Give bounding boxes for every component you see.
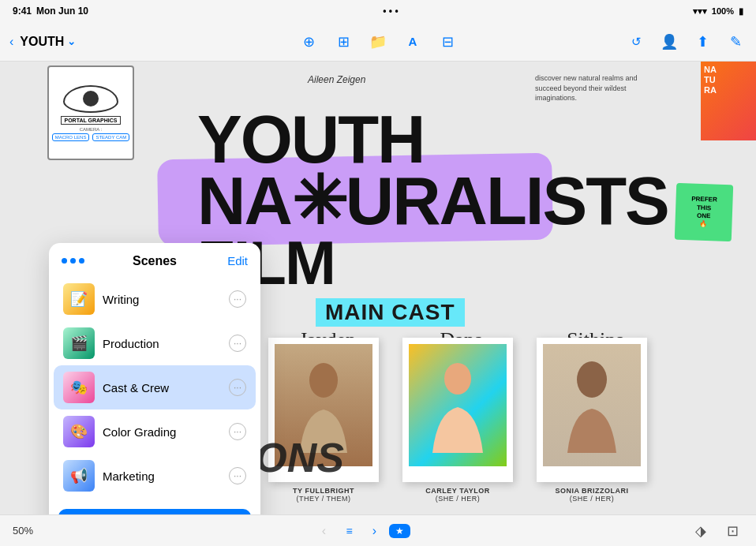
toolbar-right: ↺ 👤 ⬆ ✎ [625, 31, 747, 53]
camera-tags: MACRO LENS STEADY CAM [52, 133, 130, 141]
pencil-circle-icon[interactable]: ⊕ [298, 31, 320, 53]
share-icon[interactable]: ⬆ [691, 31, 713, 53]
panel-item-production[interactable]: 🎬 Production ··· [54, 321, 256, 365]
cast-photo-2: CARLEY TAYLOR(SHE / HER) [402, 338, 513, 503]
svg-point-1 [444, 363, 471, 395]
name-tag-text: Aileen Zeigen [308, 74, 365, 85]
nav-prev-button[interactable]: ‹ [313, 520, 335, 542]
panel-item-color[interactable]: 🎨 Color Grading ··· [54, 410, 256, 454]
thumb-img-marketing: 📢 [63, 460, 95, 492]
panel-dot-3 [79, 258, 84, 264]
sketch-card: PORTAL GRAPHICS CAMERA : MACRO LENS STEA… [47, 65, 134, 160]
panel-dot-2 [70, 258, 76, 264]
battery-icon: ▮ [739, 6, 743, 17]
pupil [83, 91, 99, 107]
add-scene-button[interactable]: Add Scene [58, 509, 251, 514]
bottom-right-controls: ⬗ ⊡ [690, 520, 743, 542]
panel-dot-1 [62, 258, 67, 264]
panel-item-marketing[interactable]: 📢 Marketing ··· [54, 454, 256, 498]
bottom-bar: 50% ‹ ≡ › ★ ⬗ ⊡ [0, 514, 756, 546]
back-chevron: ‹ [9, 35, 13, 49]
cast-name-3: SONIA BRIZZOLARI(SHE / HER) [555, 487, 628, 503]
steady-cam-tag: STEADY CAM [92, 133, 129, 141]
battery-label: 100% [712, 6, 734, 16]
panel-more-cast[interactable]: ··· [229, 379, 246, 396]
main-title-area: YOUTH NA✳URALISTS FILM [197, 109, 668, 292]
panel-more-marketing[interactable]: ··· [229, 467, 246, 484]
panel-label-color: Color Grading [103, 425, 221, 439]
partial-text: NATURA [704, 65, 753, 96]
svg-point-0 [309, 363, 338, 398]
panel-more-writing[interactable]: ··· [229, 290, 246, 308]
list-icon[interactable]: ≡ [339, 520, 361, 542]
camera-label: CAMERA : [80, 127, 103, 132]
panel-label-production: Production [103, 337, 221, 350]
cast-name-2: CARLEY TAYLOR(SHE / HER) [425, 487, 489, 503]
doc-title-text: YOUTH [20, 35, 64, 49]
toolbar: ‹ YOUTH ⌄ ⊕ ⊞ 📁 A ⊟ ↺ 👤 ⬆ ✎ [0, 22, 756, 62]
doc-title[interactable]: YOUTH ⌄ [20, 35, 76, 49]
polaroid-2 [402, 338, 513, 482]
text-icon[interactable]: A [402, 31, 424, 53]
person-silhouette-2 [426, 358, 489, 453]
undo-icon[interactable]: ↺ [625, 31, 647, 53]
view-icon[interactable]: ⊡ [721, 520, 743, 542]
name-tag: Aileen Zeigen [308, 73, 365, 85]
partial-right-element: NATURA [701, 62, 756, 140]
status-day: Mon Jun 10 [36, 6, 88, 17]
svg-point-2 [577, 361, 607, 398]
main-cast-area: MAIN CAST Jayden Dana Sithina TY FULL [268, 298, 756, 514]
status-bar-right: ▾▾▾ 100% ▮ [693, 6, 743, 17]
thumb-img-production: 🎬 [63, 327, 95, 359]
star-icon: ★ [395, 525, 404, 537]
main-cast-label: MAIN CAST [316, 298, 465, 327]
description-text: discover new natural realms and succeed … [535, 73, 661, 103]
panel-label-writing: Writing [103, 293, 221, 306]
panel-more-production[interactable]: ··· [229, 335, 246, 352]
grid-icon[interactable]: ⊞ [332, 31, 354, 53]
zoom-control: 50% [13, 525, 33, 537]
photo-icon[interactable]: ⊟ [436, 31, 458, 53]
person-icon[interactable]: 👤 [658, 31, 680, 53]
thumb-img-writing: 📝 [63, 283, 95, 315]
panel-thumb-production: 🎬 [63, 327, 95, 359]
nav-next-button[interactable]: › [364, 520, 386, 542]
polaroid-3 [537, 338, 647, 482]
nav-controls: ‹ ≡ › ★ [313, 520, 410, 542]
toolbar-center: ⊕ ⊞ 📁 A ⊟ [298, 31, 458, 53]
zoom-level[interactable]: 50% [13, 525, 33, 537]
cast-image-3 [543, 344, 641, 466]
hierarchy-icon[interactable]: ⬗ [690, 520, 712, 542]
macro-lens-tag: MACRO LENS [52, 133, 90, 141]
title-film: FILM [197, 235, 668, 292]
panel-thumb-color: 🎨 [63, 416, 95, 447]
star-badge[interactable]: ★ [389, 524, 410, 538]
panel-header: Scenes Edit [49, 243, 260, 274]
panel-thumb-writing: 📝 [63, 283, 95, 315]
title-naturalists: NA✳URALISTS [197, 170, 668, 232]
cast-image-2 [409, 344, 507, 466]
portal-graphics-label: PORTAL GRAPHICS [61, 116, 120, 125]
status-bar: 9:41 Mon Jun 10 • • • ▾▾▾ 100% ▮ [0, 0, 756, 22]
scenes-panel: Scenes Edit 📝 Writing ··· 🎬 Production ·… [49, 243, 260, 514]
thumb-img-cast: 🎭 [63, 372, 95, 403]
status-dots: • • • [383, 6, 398, 17]
doc-title-chevron: ⌄ [67, 36, 76, 47]
panel-dots[interactable] [62, 258, 84, 264]
desc-text-content: discover new natural realms and succeed … [535, 74, 638, 102]
edit-pencil-icon[interactable]: ✎ [724, 31, 747, 53]
status-bar-center: • • • [383, 6, 398, 17]
cast-name-1: TY FULLBRIGHT(THEY / THEM) [293, 487, 354, 503]
folder-icon[interactable]: 📁 [367, 31, 389, 53]
panel-more-color[interactable]: ··· [229, 423, 246, 440]
panel-label-cast: Cast & Crew [103, 381, 221, 395]
panel-thumb-cast: 🎭 [63, 372, 95, 403]
sticky-note: PREFERTHISONE🔥 [675, 183, 733, 241]
panel-edit-button[interactable]: Edit [227, 254, 248, 267]
thumb-img-color: 🎨 [63, 416, 95, 447]
back-button[interactable]: ‹ [9, 35, 13, 49]
panel-item-cast[interactable]: 🎭 Cast & Crew ··· [54, 365, 256, 410]
panel-item-writing[interactable]: 📝 Writing ··· [54, 277, 256, 321]
status-time: 9:41 [13, 6, 32, 17]
title-youth: YOUTH [197, 109, 668, 170]
